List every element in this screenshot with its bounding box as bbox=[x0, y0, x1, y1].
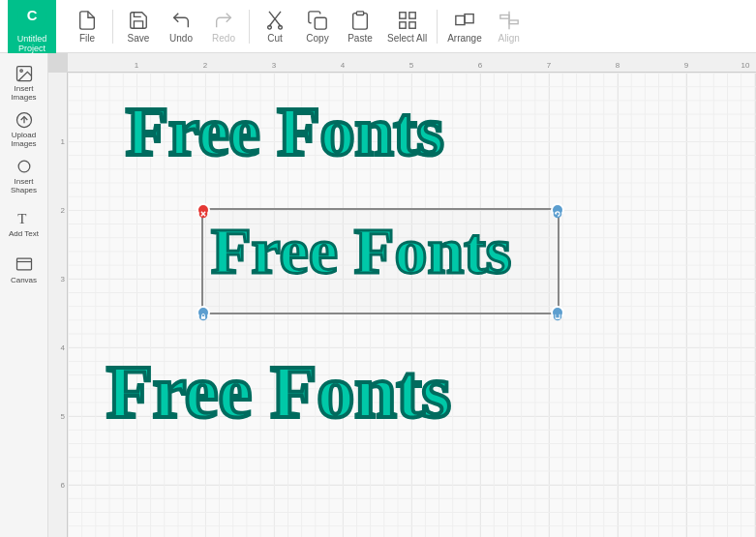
arrange-icon bbox=[454, 10, 475, 31]
svg-rect-30 bbox=[201, 316, 205, 319]
svg-rect-9 bbox=[408, 12, 414, 17]
redo-icon bbox=[213, 10, 234, 31]
cut-button[interactable]: Cut bbox=[254, 2, 296, 50]
undo-label: Undo bbox=[169, 33, 193, 44]
canvas-icon bbox=[15, 254, 34, 274]
ruler-v-6: 6 bbox=[61, 481, 65, 490]
ruler-v-5: 5 bbox=[61, 412, 65, 421]
add-text-icon: T bbox=[15, 208, 34, 227]
save-icon bbox=[128, 10, 149, 31]
ruler-v-1: 1 bbox=[61, 137, 65, 146]
paste-icon bbox=[349, 10, 371, 31]
arrange-button[interactable]: Arrange bbox=[441, 2, 488, 50]
copy-button[interactable]: Copy bbox=[296, 2, 339, 50]
save-button[interactable]: Save bbox=[117, 2, 160, 50]
sidebar-item-insert-images[interactable]: InsertImages bbox=[2, 61, 46, 105]
redo-label: Redo bbox=[212, 33, 235, 44]
ruler-h-9: 9 bbox=[684, 61, 688, 70]
sidebar-item-canvas[interactable]: Canvas bbox=[2, 247, 46, 291]
cricut-logo-icon: C bbox=[15, 0, 49, 32]
align-button[interactable]: Align bbox=[488, 2, 530, 50]
project-name-label: Untitled Project bbox=[8, 34, 56, 53]
arrange-label: Arrange bbox=[447, 33, 482, 44]
sidebar: InsertImages UploadImages InsertShapes T… bbox=[0, 53, 48, 537]
align-icon bbox=[499, 10, 520, 31]
handle-close[interactable] bbox=[197, 203, 210, 217]
ruler-v-3: 3 bbox=[61, 275, 65, 283]
separator bbox=[112, 10, 113, 44]
canvas-text-1[interactable]: Free Fonts bbox=[126, 92, 444, 172]
cut-icon bbox=[264, 10, 286, 31]
select-all-button[interactable]: Select All bbox=[381, 2, 433, 50]
ruler-h-3: 3 bbox=[272, 61, 276, 70]
select-all-icon bbox=[397, 10, 418, 31]
redo-button[interactable]: Redo bbox=[202, 2, 245, 50]
canvas-text-2[interactable]: Free Fonts bbox=[211, 213, 511, 289]
align-label: Align bbox=[499, 33, 520, 44]
handle-scale[interactable] bbox=[551, 306, 564, 319]
toolbar: File Save Undo Redo bbox=[56, 2, 748, 50]
insert-shapes-icon bbox=[15, 157, 34, 176]
ruler-h-10: 10 bbox=[741, 61, 750, 70]
separator2 bbox=[249, 10, 250, 44]
ruler-left: 1 2 3 4 5 6 bbox=[48, 73, 68, 537]
copy-label: Copy bbox=[306, 33, 328, 44]
sidebar-item-upload-images[interactable]: UploadImages bbox=[2, 107, 46, 152]
canvas-text-3[interactable]: Free Fonts bbox=[106, 348, 451, 435]
ruler-h-7: 7 bbox=[547, 61, 551, 70]
sidebar-item-insert-shapes[interactable]: InsertShapes bbox=[2, 154, 46, 198]
svg-rect-15 bbox=[500, 15, 509, 18]
svg-text:C: C bbox=[27, 8, 38, 23]
undo-icon bbox=[170, 10, 192, 31]
ruler-h-1: 1 bbox=[135, 61, 138, 70]
insert-shapes-label: InsertShapes bbox=[11, 178, 37, 195]
file-icon bbox=[76, 10, 98, 31]
canvas-area[interactable]: 1 2 3 4 5 6 7 8 9 10 1 2 3 4 5 6 Free Fo… bbox=[48, 53, 756, 537]
rotate-icon bbox=[553, 209, 562, 219]
insert-images-label: InsertImages bbox=[11, 85, 36, 103]
svg-rect-23 bbox=[16, 258, 31, 270]
scale-icon bbox=[553, 312, 562, 321]
insert-images-icon bbox=[15, 64, 34, 83]
upload-images-label: UploadImages bbox=[11, 132, 36, 149]
file-button[interactable]: File bbox=[66, 2, 108, 50]
copy-icon bbox=[307, 10, 328, 31]
paste-label: Paste bbox=[348, 33, 373, 44]
paste-button[interactable]: Paste bbox=[339, 2, 381, 50]
ruler-top: 1 2 3 4 5 6 7 8 9 10 bbox=[68, 53, 756, 73]
svg-text:T: T bbox=[17, 210, 26, 225]
file-label: File bbox=[79, 33, 95, 44]
svg-rect-13 bbox=[465, 14, 473, 22]
ruler-h-2: 2 bbox=[203, 61, 207, 70]
svg-rect-11 bbox=[408, 21, 414, 27]
canvas-label: Canvas bbox=[11, 276, 37, 284]
ruler-h-4: 4 bbox=[341, 61, 345, 70]
topbar: C Untitled Project File Save bbox=[0, 0, 756, 53]
svg-rect-7 bbox=[356, 11, 363, 15]
svg-rect-12 bbox=[456, 15, 465, 24]
ruler-h-5: 5 bbox=[409, 61, 413, 70]
svg-point-21 bbox=[18, 161, 30, 172]
select-all-label: Select All bbox=[387, 33, 427, 44]
grid: Free Fonts bbox=[68, 73, 756, 537]
svg-rect-10 bbox=[399, 21, 405, 27]
add-text-label: Add Text bbox=[9, 229, 39, 238]
ruler-v-4: 4 bbox=[61, 343, 65, 352]
ruler-h-8: 8 bbox=[616, 61, 620, 70]
lock-icon bbox=[198, 312, 208, 321]
ruler-v-2: 2 bbox=[61, 206, 65, 215]
ruler-h-6: 6 bbox=[478, 61, 482, 70]
undo-button[interactable]: Undo bbox=[160, 2, 202, 50]
sidebar-item-add-text[interactable]: T Add Text bbox=[2, 200, 46, 245]
svg-point-18 bbox=[19, 70, 21, 73]
svg-point-31 bbox=[554, 313, 562, 321]
svg-rect-6 bbox=[315, 17, 326, 29]
svg-rect-16 bbox=[509, 20, 518, 24]
handle-lock[interactable] bbox=[197, 306, 210, 319]
upload-images-icon bbox=[15, 110, 34, 130]
cut-label: Cut bbox=[267, 33, 283, 44]
logo-area: C Untitled Project bbox=[8, 0, 56, 53]
handle-rotate[interactable] bbox=[551, 203, 564, 217]
separator3 bbox=[437, 10, 438, 44]
svg-rect-8 bbox=[399, 12, 405, 17]
